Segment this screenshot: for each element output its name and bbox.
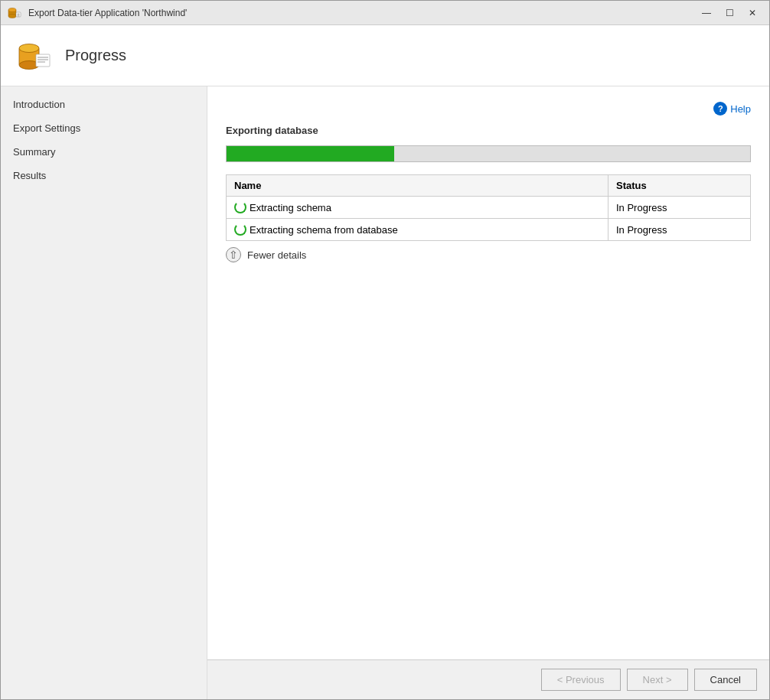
svg-rect-10 [36,54,50,67]
close-button[interactable]: ✕ [742,5,763,21]
sidebar-item-export-settings[interactable]: Export Settings [1,116,207,140]
previous-button[interactable]: < Previous [541,669,621,691]
window-title: Export Data-tier Application 'Northwind' [28,8,696,18]
help-icon: ? [713,102,727,116]
help-link[interactable]: ? Help [713,102,751,116]
sidebar-item-results[interactable]: Results [1,164,207,187]
task-status-1: In Progress [608,197,750,219]
column-header-name: Name [227,175,608,197]
task-name-cell: Extracting schema [227,197,608,219]
fewer-details-icon: ⇧ [226,247,241,262]
fewer-details-label: Fewer details [247,249,306,261]
svg-point-1 [8,8,16,11]
title-bar: Export Data-tier Application 'Northwind'… [1,1,769,25]
table-row: Extracting schema In Progress [227,197,751,219]
task-name-2: Extracting schema from database [250,224,398,236]
spinner-icon [234,201,246,213]
svg-point-8 [19,44,39,52]
window-controls: — ☐ ✕ [696,5,763,21]
main-window: Export Data-tier Application 'Northwind'… [0,0,770,700]
task-name-1: Extracting schema [250,202,331,213]
progress-bar-fill [227,146,394,161]
page-title: Progress [65,47,126,64]
help-label: Help [730,103,751,115]
spinner-icon-2 [234,223,246,236]
task-name-cell: Extracting schema from database [227,219,608,241]
dialog-footer: < Previous Next > Cancel [207,659,769,699]
sidebar: Introduction Export Settings Summary Res… [1,86,207,699]
sidebar-item-summary[interactable]: Summary [1,140,207,164]
cancel-button[interactable]: Cancel [694,669,757,691]
minimize-button[interactable]: — [696,5,717,21]
column-header-status: Status [608,175,750,197]
help-row: ? Help [226,102,751,116]
task-status-2: In Progress [608,219,750,241]
dialog-header: Progress [1,25,769,86]
main-panel: ? Help Exporting database Name Status [207,86,769,699]
progress-bar-container [226,145,751,162]
task-table: Name Status Extracting schema [226,174,751,241]
main-content: ? Help Exporting database Name Status [207,86,769,659]
section-title: Exporting database [226,125,751,136]
header-icon [16,37,53,74]
app-icon [7,5,22,21]
svg-point-2 [8,14,16,18]
fewer-details-toggle[interactable]: ⇧ Fewer details [226,247,751,262]
table-row: Extracting schema from database In Progr… [227,219,751,241]
content-area: Introduction Export Settings Summary Res… [1,86,769,699]
sidebar-item-introduction[interactable]: Introduction [1,93,207,116]
next-button[interactable]: Next > [627,669,688,691]
maximize-button[interactable]: ☐ [719,5,740,21]
